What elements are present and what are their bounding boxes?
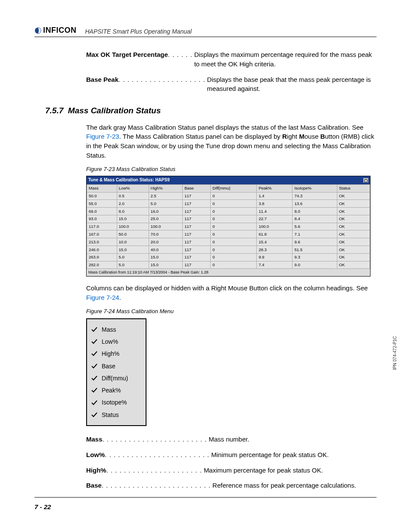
check-icon: [91, 412, 97, 417]
definition-dots: . . . . . . . . . . . . . . . . . . . . …: [106, 466, 202, 475]
table-cell: 8.4: [293, 215, 337, 223]
table-cell: 7.4: [257, 261, 293, 269]
figure-7-24-link[interactable]: Figure 7-24: [86, 294, 119, 301]
status-footer: Mass Calibration from 11:19:10 AM 7/13/2…: [87, 269, 370, 276]
figure-7-24-caption: Figure 7-24 Mass Calibration Menu: [86, 308, 377, 316]
table-cell: 5.6: [293, 223, 337, 230]
menu-item-low[interactable]: Low%: [90, 336, 142, 348]
menu-item-label: High%: [102, 349, 119, 358]
definition-row: High% . . . . . . . . . . . . . . . . . …: [86, 466, 377, 475]
table-cell: OK: [337, 215, 370, 223]
status-column-header[interactable]: Isotope%: [293, 184, 337, 192]
menu-item-label: Low%: [102, 337, 118, 346]
table-cell: 117: [183, 192, 211, 200]
menu-item-label: Diff(mmu): [102, 374, 128, 383]
table-cell: 117: [183, 230, 211, 238]
check-icon: [91, 351, 97, 356]
table-cell: 246.0: [87, 246, 117, 254]
table-cell: 61.8: [257, 230, 293, 238]
menu-item-high[interactable]: High%: [90, 348, 142, 360]
table-cell: 40.0: [149, 246, 183, 254]
definition-row: Low%. . . . . . . . . . . . . . . . . . …: [86, 450, 377, 460]
status-column-header[interactable]: Status: [337, 184, 370, 192]
table-cell: 263.0: [87, 253, 117, 261]
check-icon: [91, 400, 97, 405]
table-cell: 2.5: [149, 192, 183, 200]
menu-item-isotope[interactable]: Isotope%: [90, 396, 142, 408]
table-cell: 0: [211, 261, 257, 269]
table-cell: 0: [211, 223, 257, 230]
definition-term: High%: [86, 466, 106, 475]
status-column-header[interactable]: Diff(mmu): [211, 184, 257, 192]
footer-rule: [34, 497, 377, 498]
status-column-header[interactable]: Base: [183, 184, 211, 192]
table-cell: OK: [337, 261, 370, 269]
definition-description: Reference mass for peak percentage calcu…: [211, 481, 377, 490]
table-cell: 3.8: [257, 200, 293, 208]
definition-dots: . . . . . . . . . . . . . . . . . . . . …: [103, 435, 207, 444]
table-row: 246.015.040.0117028.351.5OK: [87, 246, 370, 254]
table-row: 93.015.025.0117022.78.4OK: [87, 215, 370, 223]
table-cell: 8.0: [117, 208, 149, 215]
table-cell: 0: [211, 200, 257, 208]
table-cell: 9.9: [257, 253, 293, 261]
table-cell: 0: [211, 208, 257, 215]
ipn-label: IPN 074-472-P1C: [392, 336, 397, 370]
figure-7-23-caption: Figure 7-23 Mass Calibration Status: [86, 165, 377, 174]
table-cell: 93.0: [87, 215, 117, 223]
check-icon: [91, 327, 97, 332]
menu-item-label: Isotope%: [102, 398, 127, 407]
table-cell: 9.3: [293, 253, 337, 261]
status-column-header[interactable]: Mass: [87, 184, 117, 192]
paragraph-1: The dark gray Mass Calibration Status pa…: [86, 123, 377, 160]
table-cell: 0.5: [117, 192, 149, 200]
table-cell: 0: [211, 230, 257, 238]
figure-7-23-link[interactable]: Figure 7-23: [86, 133, 119, 140]
table-cell: 16.0: [149, 208, 183, 215]
table-row: 69.08.016.0117011.48.0OK: [87, 208, 370, 215]
check-icon: [91, 376, 97, 381]
table-cell: 15.4: [257, 238, 293, 246]
status-column-header[interactable]: Peak%: [257, 184, 293, 192]
table-cell: 0: [211, 246, 257, 254]
status-window-title: Tune & Mass Calibration Status: HAPS9: [88, 177, 170, 184]
table-cell: 0: [211, 215, 257, 223]
table-cell: 117.0: [87, 223, 117, 230]
definition-term: Mass: [86, 435, 103, 444]
definition-description: Displays the base peak that the mass pea…: [206, 75, 377, 94]
table-cell: 28.3: [257, 246, 293, 254]
table-row: 117.0100.0100.01170100.05.6OK: [87, 223, 370, 230]
definition-row: Mass . . . . . . . . . . . . . . . . . .…: [86, 435, 377, 444]
page-number: 7 - 22: [34, 503, 51, 510]
table-cell: 117: [183, 261, 211, 269]
menu-item-mass[interactable]: Mass: [90, 324, 142, 336]
menu-item-diffmmu[interactable]: Diff(mmu): [90, 372, 142, 384]
table-cell: 213.0: [87, 238, 117, 246]
table-cell: 10.0: [117, 238, 149, 246]
status-column-header[interactable]: Low%: [117, 184, 149, 192]
definition-row: Max OK Target Percentage . . . . . . Dis…: [86, 50, 377, 69]
table-cell: 0: [211, 253, 257, 261]
close-icon[interactable]: ▢: [363, 178, 368, 183]
table-cell: 117: [183, 223, 211, 230]
status-column-header[interactable]: High%: [149, 184, 183, 192]
section-heading: 7.5.7 Mass Calibration Status: [45, 105, 377, 117]
manual-title: HAPSITE Smart Plus Operating Manual: [85, 28, 192, 35]
table-cell: 5.0: [149, 200, 183, 208]
menu-item-peak[interactable]: Peak%: [90, 384, 142, 396]
table-cell: 117: [183, 246, 211, 254]
status-table: MassLow%High%BaseDiff(mmu)Peak%Isotope%S…: [87, 184, 370, 269]
table-cell: 15.0: [149, 261, 183, 269]
menu-item-label: Peak%: [102, 386, 121, 395]
table-cell: 2.0: [117, 200, 149, 208]
table-cell: 0: [211, 192, 257, 200]
menu-item-status[interactable]: Status: [90, 409, 142, 421]
menu-item-base[interactable]: Base: [90, 360, 142, 372]
table-cell: 25.0: [149, 215, 183, 223]
table-cell: 7.1: [293, 230, 337, 238]
definition-description: Displays the maximum percentage required…: [193, 50, 377, 69]
menu-item-label: Base: [102, 362, 115, 370]
table-cell: 117: [183, 215, 211, 223]
menu-item-label: Mass: [102, 325, 116, 334]
table-cell: 50.0: [87, 192, 117, 200]
